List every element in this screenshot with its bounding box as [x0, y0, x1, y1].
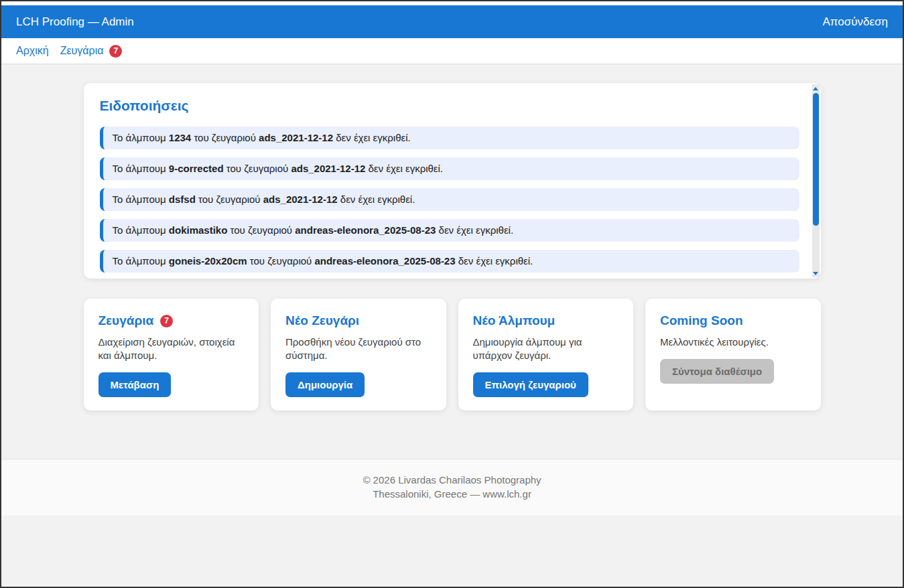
couple-name: andreas-eleonora_2025-08-23 — [295, 224, 436, 236]
scroll-up-arrow-icon[interactable] — [812, 84, 820, 92]
notification-text: δεν έχει εγκριθεί. — [340, 194, 415, 205]
notification-item: Το άλμπουμ 9-corrected του ζευγαριού ads… — [100, 157, 799, 180]
notifications-card: Ειδοποιήσεις Το άλμπουμ 1234 του ζευγαρι… — [84, 83, 821, 279]
card-title: Coming Soon — [660, 313, 806, 328]
notification-text: δεν έχει εγκριθεί. — [458, 255, 533, 267]
select-couple-button[interactable]: Επιλογή ζευγαριού — [473, 372, 588, 397]
notification-text: δεν έχει εγκριθεί. — [336, 132, 411, 143]
card-title-text: Νέο Άλμπουμ — [473, 313, 556, 328]
notification-text: Το άλμπουμ — [113, 194, 166, 205]
notification-item: Το άλμπουμ 1234 του ζευγαριού ads_2021-1… — [100, 127, 799, 149]
album-name: 1234 — [169, 132, 191, 143]
notification-item: Το άλμπουμ dsfsd του ζευγαριού ads_2021-… — [100, 188, 799, 211]
app-title: LCH Proofing — Admin — [16, 15, 134, 29]
notification-text: Το άλμπουμ — [113, 132, 166, 143]
card-new-album: Νέο Άλμπουμ Δημιουργία άλμπουμ για υπάρχ… — [458, 299, 634, 411]
card-coming-soon: Coming Soon Μελλοντικές λειτουργίες. Σύν… — [645, 299, 821, 411]
action-cards-grid: Ζευγάρια 7 Διαχείριση ζευγαριών, στοιχεί… — [84, 299, 821, 411]
notification-item: Το άλμπουμ goneis-20x20cm του ζευγαριού … — [100, 250, 799, 273]
card-title-text: Coming Soon — [660, 313, 742, 328]
notification-text: Το άλμπουμ — [113, 255, 166, 267]
card-description: Προσθήκη νέου ζευγαριού στο σύστημα. — [285, 336, 432, 362]
album-name: 9-corrected — [169, 163, 224, 174]
card-description: Δημιουργία άλμπουμ για υπάρχον ζευγάρι. — [473, 336, 619, 362]
notification-text: δεν έχει εγκριθεί. — [439, 224, 514, 236]
coming-soon-button: Σύντομα διαθέσιμο — [660, 359, 774, 384]
window-frame: LCH Proofing — Admin Αποσύνδεση Αρχική Ζ… — [0, 0, 904, 588]
app-header: LCH Proofing — Admin Αποσύνδεση — [1, 5, 903, 38]
main-area: Ειδοποιήσεις Το άλμπουμ 1234 του ζευγαρι… — [1, 64, 903, 459]
notification-item: Το άλμπουμ dokimastiko του ζευγαριού and… — [100, 219, 799, 242]
create-couple-button[interactable]: Δημιουργία — [285, 372, 365, 397]
bottom-fill — [1, 516, 903, 587]
couples-count-badge: 7 — [109, 45, 122, 58]
main-nav: Αρχική Ζευγάρια 7 — [1, 38, 903, 64]
couple-name: andreas-eleonora_2025-08-23 — [314, 255, 455, 267]
footer-copyright: © 2026 Livardas Charilaos Photography — [1, 473, 903, 487]
album-name: dsfsd — [169, 194, 196, 205]
nav-item-home[interactable]: Αρχική — [16, 45, 49, 57]
card-new-couple: Νέο Ζευγάρι Προσθήκη νέου ζευγαριού στο … — [271, 299, 446, 411]
card-title-text: Νέο Ζευγάρι — [285, 313, 359, 328]
notification-text: του ζευγαριού — [250, 255, 312, 267]
card-description: Διαχείριση ζευγαριών, στοιχεία και άλμπο… — [99, 336, 245, 362]
couple-name: ads_2021-12-12 — [259, 132, 333, 143]
card-title: Ζευγάρια 7 — [99, 313, 245, 328]
notification-text: Το άλμπουμ — [113, 163, 166, 174]
album-name: goneis-20x20cm — [169, 255, 247, 267]
card-couples: Ζευγάρια 7 Διαχείριση ζευγαριών, στοιχεί… — [84, 299, 259, 411]
notification-text: του ζευγαριού — [231, 224, 293, 236]
notification-text: του ζευγαριού — [227, 163, 289, 174]
notifications-scrollbar[interactable] — [812, 84, 820, 277]
nav-couples-link[interactable]: Ζευγάρια — [60, 45, 104, 57]
notification-text: δεν έχει εγκριθεί. — [369, 163, 444, 174]
card-title: Νέο Άλμπουμ — [473, 313, 619, 328]
page-footer: © 2026 Livardas Charilaos Photography Th… — [1, 459, 903, 516]
couple-name: ads_2021-12-12 — [263, 194, 338, 205]
notification-text: Το άλμπουμ — [113, 224, 166, 236]
couples-card-badge: 7 — [160, 315, 173, 327]
notifications-title: Ειδοποιήσεις — [100, 98, 805, 114]
couple-name: ads_2021-12-12 — [291, 163, 365, 174]
footer-location: Thessaloniki, Greece — www.lch.gr — [1, 487, 903, 501]
nav-item-couples[interactable]: Ζευγάρια 7 — [60, 45, 123, 58]
card-description: Μελλοντικές λειτουργίες. — [660, 336, 806, 349]
card-title: Νέο Ζευγάρι — [285, 313, 432, 328]
notification-text: του ζευγαριού — [198, 194, 261, 205]
notification-text: του ζευγαριού — [194, 132, 256, 143]
scroll-down-arrow-icon[interactable] — [812, 269, 820, 277]
card-title-text: Ζευγάρια — [99, 313, 154, 328]
scrollbar-thumb[interactable] — [813, 93, 819, 226]
logout-link[interactable]: Αποσύνδεση — [822, 15, 888, 29]
album-name: dokimastiko — [169, 224, 228, 236]
go-to-couples-button[interactable]: Μετάβαση — [99, 372, 172, 397]
